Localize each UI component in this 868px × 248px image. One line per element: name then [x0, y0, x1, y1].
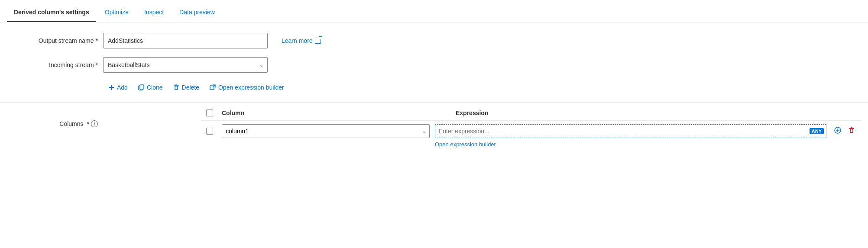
learn-more-link[interactable]: Learn more	[282, 37, 321, 44]
clone-button[interactable]: Clone	[133, 81, 168, 93]
info-icon[interactable]: i	[91, 120, 98, 127]
tab-inspect[interactable]: Inspect	[137, 3, 171, 22]
columns-section: Columns * i Column Expression	[0, 102, 868, 145]
trash-row-icon	[848, 127, 855, 134]
incoming-stream-select[interactable]: BasketballStats	[103, 57, 268, 73]
any-badge: ANY	[810, 128, 824, 134]
row-add-button[interactable]	[832, 125, 844, 137]
add-button[interactable]: Add	[103, 81, 133, 93]
required-star: *	[96, 37, 98, 44]
expression-input[interactable]	[435, 124, 826, 138]
form-area: Output stream name* Learn more Incoming …	[0, 23, 868, 100]
row-action-buttons	[832, 125, 861, 137]
tab-derived-settings[interactable]: Derived column's settings	[7, 3, 96, 22]
select-all-checkbox[interactable]	[206, 110, 213, 116]
column-select[interactable]: column1	[222, 124, 430, 138]
external-link-icon	[315, 38, 321, 44]
columns-table: Column Expression column1	[201, 106, 861, 142]
required-star-2: *	[96, 61, 98, 68]
columns-label: Columns * i	[7, 120, 98, 127]
svg-rect-4	[175, 86, 178, 90]
row-checkbox[interactable]	[206, 128, 213, 135]
tab-data-preview[interactable]: Data preview	[172, 3, 222, 22]
incoming-stream-row: Incoming stream* BasketballStats ⌄	[7, 57, 861, 73]
clone-icon	[138, 84, 144, 90]
open-expression-builder-button[interactable]: Open expression builder	[204, 81, 289, 93]
row-delete-button[interactable]	[845, 125, 858, 137]
output-stream-label: Output stream name*	[7, 37, 98, 44]
columns-header-row: Columns * i Column Expression	[0, 103, 868, 145]
main-container: Derived column's settings Optimize Inspe…	[0, 0, 868, 248]
col-expr-header: Expression	[452, 110, 826, 116]
incoming-stream-select-wrapper: BasketballStats ⌄	[103, 57, 268, 73]
delete-button[interactable]: Delete	[168, 81, 204, 93]
plus-circle-icon	[834, 127, 841, 134]
output-stream-row: Output stream name* Learn more	[7, 33, 861, 48]
expression-input-wrapper: ANY Open expression builder	[435, 124, 826, 138]
tab-bar: Derived column's settings Optimize Inspe…	[0, 0, 868, 23]
output-stream-input[interactable]	[103, 33, 268, 48]
svg-rect-12	[850, 129, 853, 132]
columns-required-star: *	[87, 120, 89, 127]
header-checkbox-cell	[201, 110, 218, 116]
plus-icon	[108, 84, 114, 90]
col-header-row: Column Expression	[201, 106, 861, 120]
tab-optimize[interactable]: Optimize	[98, 3, 136, 22]
open-expression-builder-link[interactable]: Open expression builder	[435, 141, 496, 148]
table-row: column1 ⌄ ANY Open expression builder	[201, 120, 861, 142]
col-name-header: Column	[218, 110, 452, 116]
svg-rect-3	[140, 85, 144, 89]
row-checkbox-cell	[201, 128, 218, 135]
open-external-icon	[210, 84, 216, 90]
trash-icon	[173, 84, 179, 90]
column-select-wrapper: column1 ⌄	[222, 124, 430, 138]
incoming-stream-label: Incoming stream*	[7, 61, 98, 68]
toolbar-row: Add Clone Delete Open expression builder	[103, 81, 861, 93]
